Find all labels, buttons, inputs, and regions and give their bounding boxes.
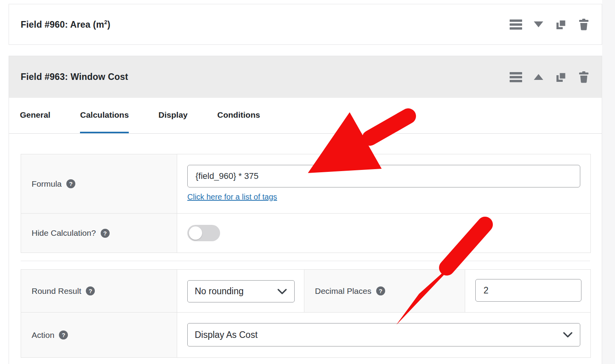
delete-field-icon[interactable] xyxy=(578,71,590,83)
chevron-down-icon xyxy=(534,21,543,27)
round-result-row: Round Result ? No rounding Decimal Place… xyxy=(21,270,590,313)
hide-calculation-value-cell xyxy=(177,214,590,253)
field-963-tabbar: General Calculations Display Conditions xyxy=(9,98,602,134)
help-icon[interactable]: ? xyxy=(59,330,68,339)
round-result-label: Round Result xyxy=(32,286,81,296)
decimal-places-value-cell xyxy=(465,270,590,312)
tab-general[interactable]: General xyxy=(20,98,50,133)
field-960-title: Field #960: Area (m2) xyxy=(21,19,110,30)
tab-calculations[interactable]: Calculations xyxy=(80,98,129,133)
field-960-title-text: Field #960: Area (m xyxy=(21,19,104,29)
field-960-title-close: ) xyxy=(107,19,110,29)
help-icon[interactable]: ? xyxy=(66,179,75,188)
chevron-down-icon xyxy=(563,332,573,338)
field-963-panel: Field #963: Window Cost xyxy=(9,56,602,364)
expand-field-icon[interactable] xyxy=(532,18,545,31)
toggle-knob xyxy=(189,226,202,240)
formula-label: Formula xyxy=(32,179,62,189)
help-icon[interactable]: ? xyxy=(86,286,95,295)
formula-value-cell: Click here for a list of tags xyxy=(177,154,590,213)
help-icon[interactable]: ? xyxy=(376,286,385,295)
hide-calculation-label-cell: Hide Calculation? ? xyxy=(21,214,177,253)
field-960-actions xyxy=(510,18,590,31)
delete-field-icon[interactable] xyxy=(578,18,590,31)
action-select[interactable]: Display As Cost xyxy=(187,323,580,346)
round-result-select[interactable]: No rounding xyxy=(187,280,295,302)
help-icon[interactable]: ? xyxy=(101,229,110,238)
page-background-strip xyxy=(602,0,615,364)
round-result-value-cell: No rounding xyxy=(177,270,304,312)
formula-input[interactable] xyxy=(187,165,580,187)
chevron-up-icon xyxy=(534,74,543,80)
duplicate-field-icon[interactable] xyxy=(555,18,567,31)
collapse-field-icon[interactable] xyxy=(532,71,545,83)
tab-display[interactable]: Display xyxy=(158,98,188,133)
hide-calculation-label: Hide Calculation? xyxy=(32,228,96,238)
action-row: Action ? Display As Cost xyxy=(21,313,590,357)
duplicate-field-icon[interactable] xyxy=(555,71,567,83)
formula-row: Formula ? Click here for a list of tags xyxy=(21,154,590,214)
hide-calculation-toggle[interactable] xyxy=(187,225,220,241)
hide-calculation-row: Hide Calculation? ? xyxy=(21,214,590,253)
decimal-places-label: Decimal Places xyxy=(315,286,371,296)
field-963-header: Field #963: Window Cost xyxy=(9,56,602,98)
calculations-tab-content: Formula ? Click here for a list of tags … xyxy=(9,134,602,364)
tags-list-link[interactable]: Click here for a list of tags xyxy=(187,193,277,201)
field-960-panel: Field #960: Area (m2) xyxy=(9,4,602,45)
rounding-settings-table: Round Result ? No rounding Decimal Place… xyxy=(21,269,591,358)
action-selected-value: Display As Cost xyxy=(195,330,258,340)
drag-handle-icon[interactable] xyxy=(510,18,522,31)
formula-settings-table: Formula ? Click here for a list of tags … xyxy=(21,154,591,253)
action-label-cell: Action ? xyxy=(21,313,177,357)
field-960-title-sup: 2 xyxy=(104,19,107,25)
decimal-places-input[interactable] xyxy=(475,279,581,302)
action-value-cell: Display As Cost xyxy=(177,313,590,357)
chevron-down-icon xyxy=(277,288,287,295)
action-label: Action xyxy=(32,330,54,340)
round-result-label-cell: Round Result ? xyxy=(21,270,177,312)
field-963-title: Field #963: Window Cost xyxy=(21,72,128,82)
tab-conditions[interactable]: Conditions xyxy=(217,98,260,133)
section-divider xyxy=(21,261,590,261)
round-result-selected-value: No rounding xyxy=(195,286,244,297)
field-963-actions xyxy=(510,71,590,83)
drag-handle-icon[interactable] xyxy=(510,71,522,83)
decimal-places-label-cell: Decimal Places ? xyxy=(304,270,465,312)
formula-label-cell: Formula ? xyxy=(21,154,177,213)
